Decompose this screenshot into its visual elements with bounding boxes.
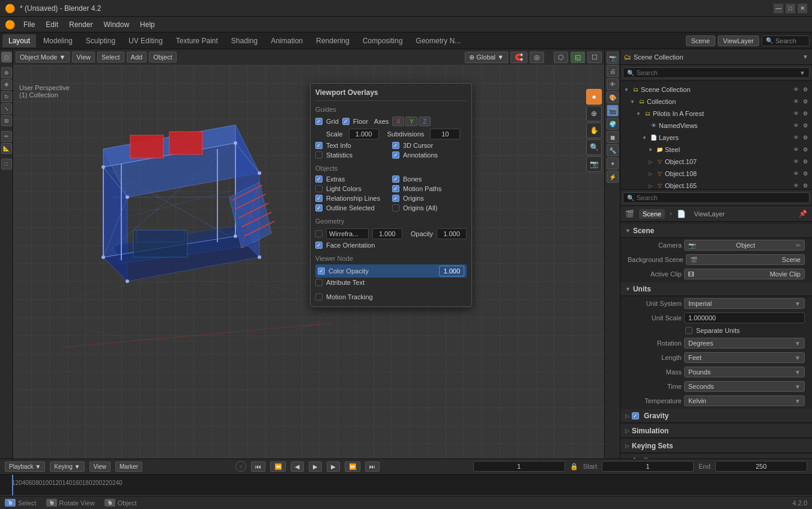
viewlayer-tab[interactable]: ViewLayer bbox=[691, 209, 729, 219]
tree-vis-obj165[interactable]: 👁 bbox=[792, 181, 800, 189]
keying-sets-section-header[interactable]: ▷ Keying Sets bbox=[620, 439, 812, 453]
overlay-opacity-value[interactable]: 1.000 bbox=[437, 228, 467, 239]
tool-transform[interactable]: ⊞ bbox=[1, 115, 12, 126]
collection-search-input[interactable] bbox=[637, 69, 797, 76]
tree-settings-pilotis[interactable]: ⚙ bbox=[801, 109, 810, 118]
viewport-canvas[interactable]: User Perspective (1) Collection bbox=[13, 65, 604, 459]
time-dropdown[interactable]: Seconds ▼ bbox=[684, 381, 805, 392]
select-menu-btn[interactable]: Select bbox=[97, 52, 124, 62]
next-keyframe-btn[interactable]: ▶ bbox=[327, 462, 340, 472]
overlay-bones-check[interactable]: ✓ bbox=[392, 175, 399, 183]
tree-toggle-layers[interactable]: ▼ bbox=[641, 134, 648, 141]
tab-layout[interactable]: Layout bbox=[2, 34, 36, 47]
collection-filter-btn[interactable]: ▼ bbox=[802, 53, 808, 60]
jump-end-btn[interactable]: ⏭ bbox=[365, 462, 380, 472]
camera-dropdown[interactable]: 📷 Object ✏ bbox=[684, 240, 805, 251]
rp-modifier-btn[interactable]: 🔧 bbox=[607, 144, 619, 156]
overlay-wireframe-value[interactable]: 1.000 bbox=[372, 228, 402, 239]
playback-menu[interactable]: Playback ▼ bbox=[5, 462, 45, 472]
overlay-annotations-check[interactable]: ✓ bbox=[392, 151, 399, 159]
tool-move[interactable]: ✥ bbox=[1, 79, 12, 90]
close-button[interactable]: ✕ bbox=[798, 4, 807, 13]
gravity-section-header[interactable]: ▷ ✓ Gravity bbox=[620, 409, 812, 423]
overlay-outline-check[interactable]: ✓ bbox=[315, 204, 323, 212]
tool-select[interactable]: ◻ bbox=[1, 52, 12, 62]
overlay-motion-tracking-check[interactable] bbox=[315, 293, 323, 300]
tab-shading[interactable]: Shading bbox=[225, 34, 264, 47]
top-search-bar[interactable]: 🔍 Search bbox=[762, 35, 810, 46]
tree-toggle-obj165[interactable]: ▷ bbox=[647, 182, 654, 189]
axis-x-btn[interactable]: X bbox=[392, 117, 404, 126]
proportional-btn[interactable]: ◎ bbox=[530, 52, 544, 63]
overlay-subdivisions-field[interactable]: 10 bbox=[430, 129, 460, 139]
tree-toggle-collection[interactable]: ▼ bbox=[629, 98, 636, 105]
menu-window[interactable]: Window bbox=[98, 19, 134, 30]
tree-obj107[interactable]: ▷ ▽ Object.107 👁 ⚙ bbox=[620, 156, 812, 168]
scene-tab[interactable]: Scene bbox=[639, 209, 665, 219]
tree-settings-layers[interactable]: ⚙ bbox=[801, 133, 810, 142]
tree-camera-btn[interactable]: ⚙ bbox=[801, 85, 810, 94]
xray-btn[interactable]: ☐ bbox=[587, 52, 602, 63]
view-menu[interactable]: View bbox=[89, 462, 111, 472]
jump-start-btn[interactable]: ⏮ bbox=[251, 462, 265, 472]
tree-obj108[interactable]: ▷ ▽ Object.108 👁 ⚙ bbox=[620, 168, 812, 180]
tree-pilotis[interactable]: ▼ 🗂 Pilotis In A Forest 👁 ⚙ bbox=[620, 108, 812, 120]
tree-toggle-pilotis[interactable]: ▼ bbox=[635, 110, 642, 117]
axis-z-btn[interactable]: Z bbox=[419, 117, 431, 126]
overlay-color-opacity-value[interactable]: 1.000 bbox=[439, 266, 464, 276]
tree-vis-namedviews[interactable]: 👁 bbox=[792, 121, 800, 130]
tool-annotate[interactable]: ✏ bbox=[1, 131, 12, 142]
overlay-floor-check[interactable]: ✓ bbox=[342, 118, 350, 125]
tab-sculpting[interactable]: Sculpting bbox=[80, 34, 121, 47]
rp-compositor-btn[interactable]: 🎨 bbox=[607, 91, 619, 103]
length-dropdown[interactable]: Feet ▼ bbox=[684, 352, 805, 363]
tool-add-cube[interactable]: □ bbox=[1, 159, 12, 169]
audio-section-header[interactable]: ▷ Audio bbox=[620, 454, 812, 459]
tree-toggle-obj108[interactable]: ▷ bbox=[647, 170, 654, 177]
tool-scale[interactable]: ⤡ bbox=[1, 103, 12, 114]
start-frame-input[interactable]: 1 bbox=[602, 461, 694, 472]
pin-btn[interactable]: 📌 bbox=[799, 210, 807, 218]
viewport-pan-btn[interactable]: ✋ bbox=[586, 123, 602, 138]
rp-world-btn[interactable]: 🌍 bbox=[607, 118, 619, 130]
tree-toggle-steel[interactable]: ▼ bbox=[647, 146, 654, 153]
tab-texture-paint[interactable]: Texture Paint bbox=[170, 34, 224, 47]
tree-camera-obj107[interactable]: ⚙ bbox=[801, 157, 810, 166]
tab-modeling[interactable]: Modeling bbox=[37, 34, 79, 47]
tree-vis-layers[interactable]: 👁 bbox=[792, 133, 800, 142]
tree-toggle-obj107[interactable]: ▷ bbox=[647, 158, 654, 165]
tree-vis-obj107[interactable]: 👁 bbox=[792, 157, 800, 166]
overlay-3dcursor-check[interactable]: ✓ bbox=[392, 142, 399, 149]
tab-animation[interactable]: Animation bbox=[265, 34, 309, 47]
units-section-header[interactable]: ▼ Units bbox=[620, 282, 812, 296]
overlay-wireframe-check[interactable] bbox=[315, 230, 323, 237]
tree-collection[interactable]: ▼ 🗂 Collection 👁 ⚙ bbox=[620, 96, 812, 108]
overlay-attr-text-check[interactable] bbox=[315, 279, 323, 286]
minimize-button[interactable]: — bbox=[774, 4, 783, 13]
rp-render-btn[interactable]: 📷 bbox=[607, 52, 619, 64]
tree-toggle[interactable]: ▼ bbox=[623, 86, 630, 93]
mass-dropdown[interactable]: Pounds ▼ bbox=[684, 367, 805, 377]
rp-object-btn[interactable]: ◼ bbox=[607, 131, 619, 143]
end-frame-input[interactable]: 250 bbox=[715, 461, 807, 472]
marker-menu[interactable]: Marker bbox=[115, 462, 142, 472]
overlay-grid-check[interactable]: ✓ bbox=[315, 118, 323, 125]
transform-global-btn[interactable]: ⊕ Global ▼ bbox=[465, 52, 508, 63]
collection-filter-icon[interactable]: ▼ bbox=[799, 70, 805, 76]
viewport-orbit-btn[interactable]: ⊕ bbox=[586, 106, 602, 121]
overlay-rel-lines-check[interactable]: ✓ bbox=[315, 195, 323, 202]
scene-section-header[interactable]: ▼ Scene bbox=[620, 224, 812, 238]
rp-output-btn[interactable]: 🖨 bbox=[607, 65, 619, 77]
gravity-check[interactable]: ✓ bbox=[632, 412, 639, 419]
rp-view-btn[interactable]: 👁 bbox=[607, 78, 619, 90]
tree-vis-pilotis[interactable]: 👁 bbox=[792, 109, 800, 118]
overlay-extras-check[interactable]: ✓ bbox=[315, 175, 323, 183]
scene-selector[interactable]: Scene bbox=[686, 35, 715, 46]
tab-compositing[interactable]: Compositing bbox=[357, 34, 409, 47]
tree-obj165[interactable]: ▷ ▽ Object.165 👁 ⚙ bbox=[620, 180, 812, 189]
tab-uv-editing[interactable]: UV Editing bbox=[123, 34, 169, 47]
rp-scene-btn[interactable]: 🎬 bbox=[607, 105, 619, 117]
object-mode-btn[interactable]: Object Mode ▼ bbox=[16, 52, 70, 62]
unit-scale-value[interactable]: 1.000000 bbox=[684, 312, 805, 323]
prev-frame-btn[interactable]: ⏪ bbox=[270, 462, 286, 472]
